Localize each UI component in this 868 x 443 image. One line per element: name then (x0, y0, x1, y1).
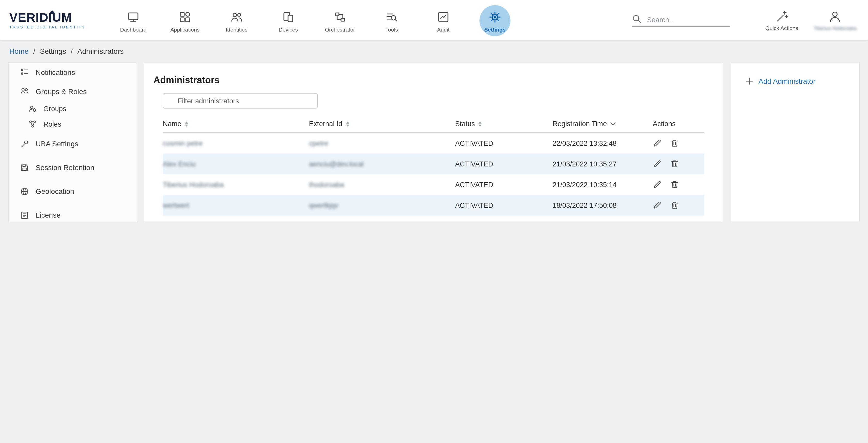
content-area: Notifications Groups & Roles Groups Role… (0, 62, 868, 222)
breadcrumb-current: Administrators (77, 47, 123, 55)
sidebar-item-uba-settings[interactable]: UBA Settings (9, 132, 137, 156)
table-row[interactable]: Tiberius Hodoroaba thodoroaba ACTIVATED … (163, 174, 704, 195)
sidebar-item-roles[interactable]: Roles (9, 116, 137, 132)
delete-button[interactable] (671, 139, 680, 148)
table-row[interactable]: cosmin petre cpetre ACTIVATED 22/03/2022… (163, 132, 704, 153)
session-retention-icon (20, 163, 29, 172)
top-bar: VERIDIUM TRUSTED DIGITAL IDENTITY Dashbo… (0, 0, 868, 40)
admin-external-id: aenciu@dev.local (309, 153, 455, 174)
admin-registration-time: 22/03/2022 13:32:48 (553, 132, 653, 153)
nav-label: Orchestrator (325, 26, 355, 32)
sort-icon (478, 121, 482, 126)
dashboard-icon (127, 10, 140, 24)
nav-label: Tools (385, 26, 398, 32)
settings-gear-icon (488, 10, 502, 24)
admin-registration-time: 18/03/2022 17:50:08 (553, 195, 653, 215)
column-header-external-id[interactable]: External Id (309, 116, 455, 132)
sidebar-item-notifications[interactable]: Notifications (9, 63, 137, 82)
delete-button[interactable] (671, 180, 680, 189)
search (632, 14, 730, 27)
nav-item-devices[interactable]: Devices (270, 8, 306, 32)
groups-icon (28, 105, 37, 113)
sort-icon (185, 121, 188, 126)
nav-item-applications[interactable]: Applications (167, 8, 203, 32)
identities-icon (230, 10, 243, 24)
column-header-status[interactable]: Status (455, 116, 553, 132)
sidebar-item-geolocation[interactable]: Geolocation (9, 179, 137, 203)
column-header-actions: Actions (653, 116, 704, 132)
sidebar-item-groups-roles[interactable]: Groups & Roles (9, 82, 137, 101)
admin-status: ACTIVATED (455, 215, 553, 222)
admin-name: Tiberius Hodoroaba (163, 174, 309, 195)
top-bar-right: Quick Actions Tiberius Hodoroaba (632, 9, 857, 31)
nav-label: Settings (485, 26, 506, 32)
nav-item-orchestrator[interactable]: Orchestrator (322, 8, 358, 32)
actions-panel: Add Administrator (731, 62, 860, 222)
applications-icon (178, 10, 192, 24)
nav-item-settings[interactable]: Settings (477, 8, 513, 32)
nav-label: Audit (437, 26, 450, 32)
brand-tagline: TRUSTED DIGITAL IDENTITY (9, 25, 98, 29)
nav-item-audit[interactable]: Audit (425, 8, 461, 32)
admin-status: ACTIVATED (455, 174, 553, 195)
edit-button[interactable] (653, 201, 662, 210)
edit-button[interactable] (653, 139, 662, 148)
nav-label: Identities (226, 26, 247, 32)
sort-icon (346, 121, 349, 126)
admin-registration-time: 21/03/2022 10:35:27 (553, 153, 653, 174)
user-menu[interactable]: Tiberius Hodoroaba (814, 9, 857, 31)
nav-item-identities[interactable]: Identities (219, 8, 255, 32)
tools-icon (385, 10, 398, 24)
admin-external-id: cpetre (309, 132, 455, 153)
sidebar-item-session-retention[interactable]: Session Retention (9, 156, 137, 179)
orchestrator-icon (333, 10, 347, 24)
table-row[interactable]: test_my_admin_aduse test_my_admin_aduse … (163, 215, 704, 222)
nav-label: Dashboard (120, 26, 147, 32)
filter-administrators-input[interactable] (163, 93, 318, 109)
devices-icon (282, 10, 295, 24)
search-input[interactable] (647, 16, 724, 24)
license-icon (20, 211, 29, 219)
add-administrator-button[interactable]: Add Administrator (746, 77, 859, 85)
edit-button[interactable] (653, 180, 662, 189)
admin-name: wertwert (163, 195, 309, 215)
administrators-table: Name External Id Status Registration Tim… (163, 116, 704, 222)
column-header-registration-time[interactable]: Registration Time (553, 116, 653, 132)
admin-registration-time: 18/03/2022 16:55:34 (553, 215, 653, 222)
delete-button[interactable] (671, 221, 680, 222)
delete-button[interactable] (671, 159, 680, 169)
top-navigation: Dashboard Applications Identities Device… (107, 8, 521, 32)
breadcrumb: Home / Settings / Administrators (0, 40, 868, 62)
user-name: Tiberius Hodoroaba (814, 25, 857, 31)
admin-external-id: thodoroaba (309, 174, 455, 195)
nav-label: Applications (170, 26, 199, 32)
delete-button[interactable] (671, 201, 680, 210)
table-row[interactable]: wertwert qwertkjqv ACTIVATED 18/03/2022 … (163, 195, 704, 215)
table-row[interactable]: Alex Enciu aenciu@dev.local ACTIVATED 21… (163, 153, 704, 174)
veridium-logo[interactable]: VERIDIUM TRUSTED DIGITAL IDENTITY (9, 11, 98, 29)
admin-status: ACTIVATED (455, 153, 553, 174)
page-title: Administrators (153, 75, 704, 86)
audit-icon (437, 10, 450, 24)
nav-item-tools[interactable]: Tools (374, 8, 410, 32)
roles-icon (28, 120, 37, 128)
sidebar-item-groups[interactable]: Groups (9, 101, 137, 116)
geolocation-icon (20, 187, 29, 196)
add-administrator-label: Add Administrator (758, 77, 815, 85)
user-icon (829, 9, 842, 23)
breadcrumb-separator: / (33, 47, 35, 55)
quick-actions-button[interactable]: Quick Actions (766, 9, 798, 31)
groups-roles-icon (20, 87, 29, 96)
uba-settings-icon (20, 139, 29, 148)
nav-label: Devices (279, 26, 298, 32)
sidebar-item-license[interactable]: License (9, 203, 137, 222)
edit-button[interactable] (653, 221, 662, 222)
admin-external-id: qwertkjqv (309, 195, 455, 215)
sort-desc-icon (610, 122, 616, 126)
nav-item-dashboard[interactable]: Dashboard (115, 8, 151, 32)
breadcrumb-home[interactable]: Home (9, 47, 29, 55)
admin-name: test_my_admin_aduse (163, 215, 309, 222)
column-header-name[interactable]: Name (163, 116, 309, 132)
edit-button[interactable] (653, 159, 662, 169)
plus-icon (746, 77, 754, 85)
